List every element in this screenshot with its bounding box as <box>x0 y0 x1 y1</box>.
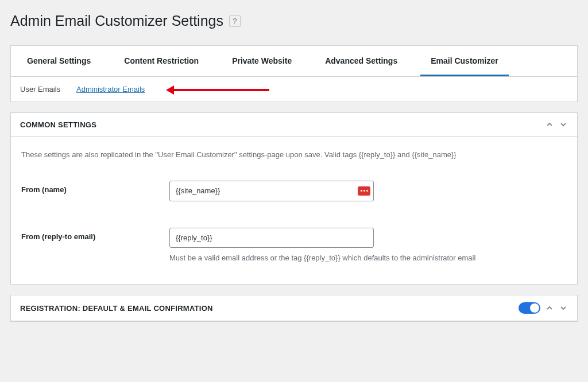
from-email-input[interactable] <box>169 228 374 248</box>
subtabs-row: User Emails Administrator Emails <box>11 77 577 102</box>
tab-email-customizer[interactable]: Email Customizer <box>420 46 508 76</box>
tabs-panel: General Settings Content Restriction Pri… <box>10 45 578 102</box>
from-name-label: From (name) <box>21 181 169 194</box>
password-manager-icon[interactable] <box>358 186 370 196</box>
from-email-label: From (reply-to email) <box>21 228 169 241</box>
section-title-registration: REGISTRATION: DEFAULT & EMAIL CONFIRMATI… <box>20 304 519 313</box>
page-header: Admin Email Customizer Settings ? <box>10 6 578 45</box>
tab-advanced-settings[interactable]: Advanced Settings <box>315 46 408 76</box>
field-from-email: From (reply-to email) Must be a valid em… <box>21 228 567 263</box>
from-email-help: Must be a valid email address or the tag… <box>169 254 567 262</box>
registration-toggle[interactable] <box>519 302 540 314</box>
chevron-down-icon[interactable] <box>559 120 568 129</box>
chevron-up-icon[interactable] <box>545 303 554 313</box>
section-registration: REGISTRATION: DEFAULT & EMAIL CONFIRMATI… <box>10 295 578 322</box>
chevron-down-icon[interactable] <box>559 303 568 313</box>
subtab-user-emails[interactable]: User Emails <box>20 85 60 93</box>
field-from-name: From (name) <box>21 181 567 201</box>
annotation-arrow <box>166 87 269 93</box>
page-title: Admin Email Customizer Settings <box>10 13 223 29</box>
chevron-up-icon[interactable] <box>545 120 554 129</box>
from-name-input[interactable] <box>169 181 374 201</box>
section-header-common: COMMON SETTINGS <box>11 113 577 137</box>
subtab-administrator-emails[interactable]: Administrator Emails <box>76 85 145 93</box>
tab-general-settings[interactable]: General Settings <box>17 46 101 76</box>
section-common-settings: COMMON SETTINGS These settings are also … <box>10 112 578 284</box>
tabs-row: General Settings Content Restriction Pri… <box>11 46 577 77</box>
help-icon[interactable]: ? <box>229 15 241 27</box>
tab-content-restriction[interactable]: Content Restriction <box>114 46 209 76</box>
section-title-common: COMMON SETTINGS <box>20 120 96 129</box>
section-header-registration: REGISTRATION: DEFAULT & EMAIL CONFIRMATI… <box>11 295 577 321</box>
common-description: These settings are also replicated in th… <box>21 150 567 159</box>
tab-private-website[interactable]: Private Website <box>222 46 302 76</box>
